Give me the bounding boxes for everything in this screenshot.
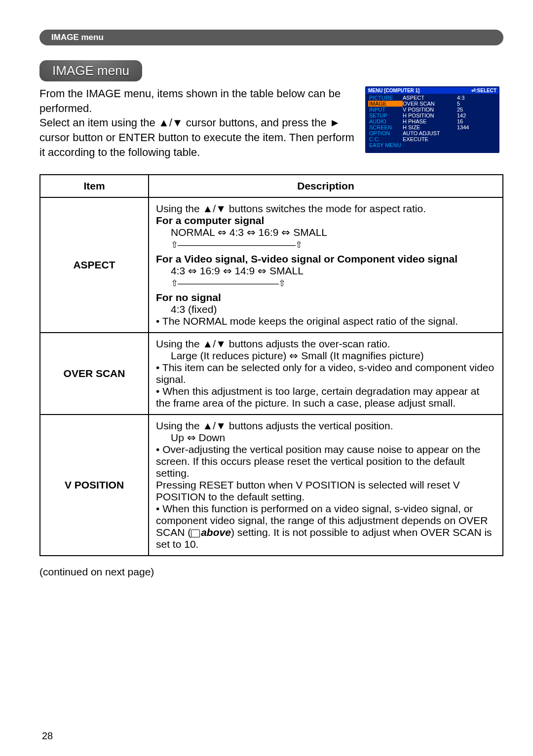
osd-setting-label: H SIZE	[403, 124, 457, 130]
vpos-note1: • Over-adjusting the vertical position m…	[156, 444, 495, 479]
table-row: OVER SCAN Using the ▲/▼ buttons adjusts …	[40, 333, 503, 415]
continued-note: (continued on next page)	[39, 566, 503, 578]
osd-setting-value: 142	[457, 113, 482, 118]
table-row: ASPECT Using the ▲/▼ buttons switches th…	[40, 197, 503, 333]
osd-setting-value: 5	[457, 101, 482, 107]
osd-screenshot: MENU [COMPUTER 1] ⏎:SELECT PICTURE IMAGE…	[365, 86, 499, 153]
vpos-intro: Using the ▲/▼ buttons adjusts the vertic…	[156, 420, 495, 432]
osd-setting-value: 4:3	[457, 95, 482, 101]
table-row: V POSITION Using the ▲/▼ buttons adjusts…	[40, 415, 503, 556]
osd-left-column: PICTURE IMAGE INPUT SETUP AUDIO SCREEN O…	[368, 95, 403, 148]
vpos-note3-ref: above	[201, 527, 231, 538]
section-title-pill: IMAGE menu	[39, 60, 142, 81]
overscan-note1: • This item can be selected only for a v…	[156, 362, 495, 385]
osd-menu-item-highlight: IMAGE	[368, 101, 403, 107]
aspect-sub2-title: For a Video signal, S-video signal or Co…	[156, 253, 495, 265]
vpos-note3: • When this function is performed on a v…	[156, 503, 495, 550]
aspect-intro: Using the ▲/▼ buttons switches the mode …	[156, 203, 495, 215]
aspect-sub2-body: 4:3 ⇔ 16:9 ⇔ 14:9 ⇔ SMALL	[171, 265, 495, 277]
osd-setting-label: H POSITION	[403, 113, 457, 118]
intro-paragraph: From the IMAGE menu, items shown in the …	[39, 86, 355, 159]
osd-setting-label: ASPECT	[403, 95, 457, 101]
aspect-sub3-body: 4:3 (fixed)	[171, 303, 495, 315]
item-overscan: OVER SCAN	[40, 333, 149, 415]
osd-setting-label: V POSITION	[403, 107, 457, 113]
osd-menu-item: AUDIO	[368, 118, 403, 124]
osd-header-left: MENU [COMPUTER 1]	[368, 88, 419, 93]
osd-header: MENU [COMPUTER 1] ⏎:SELECT	[366, 87, 498, 94]
osd-mid-column: ASPECT OVER SCAN V POSITION H POSITION H…	[403, 95, 457, 148]
desc-vposition: Using the ▲/▼ buttons adjusts the vertic…	[149, 415, 503, 556]
aspect-sub1-title: For a computer signal	[156, 215, 495, 227]
osd-setting-value: 16	[457, 118, 482, 124]
osd-menu-item: INPUT	[368, 107, 403, 113]
table-header-row: Item Description	[40, 175, 503, 197]
osd-menu-item: OPTION	[368, 130, 403, 136]
header-item: Item	[40, 175, 149, 197]
cycle-arrow-icon: ⇧――――――――――――――⇧	[171, 239, 302, 250]
osd-setting-label: OVER SCAN	[403, 101, 457, 107]
overscan-note2: • When this adjustment is too large, cer…	[156, 385, 495, 409]
osd-menu-item: C.C.	[368, 136, 403, 142]
top-banner: IMAGE menu	[39, 30, 503, 45]
aspect-note: • The NORMAL mode keeps the original asp…	[156, 315, 495, 327]
aspect-sub1-body: NORMAL ⇔ 4:3 ⇔ 16:9 ⇔ SMALL	[171, 227, 495, 238]
overscan-range: Large (It reduces picture) ⇔ Small (It m…	[171, 350, 495, 362]
desc-aspect: Using the ▲/▼ buttons switches the mode …	[149, 197, 503, 333]
intro-line: Select an item using the ▲/▼ cursor butt…	[39, 116, 354, 158]
page-number: 28	[42, 730, 53, 742]
header-description: Description	[149, 175, 503, 197]
aspect-sub3-title: For no signal	[156, 292, 495, 303]
image-menu-table: Item Description ASPECT Using the ▲/▼ bu…	[39, 174, 503, 556]
osd-setting-label: AUTO ADJUST EXECUTE	[403, 130, 457, 142]
manual-reference-icon	[191, 529, 200, 537]
vpos-note2: Pressing RESET button when V POSITION is…	[156, 479, 495, 503]
osd-menu-item: EASY MENU	[368, 142, 403, 148]
item-vposition: V POSITION	[40, 415, 149, 556]
osd-setting-value: 25	[457, 107, 482, 113]
osd-menu-item: SETUP	[368, 113, 403, 118]
osd-menu-item: SCREEN	[368, 124, 403, 130]
osd-setting-label: H PHASE	[403, 118, 457, 124]
cycle-arrow-icon: ⇧――――――――――――⇧	[171, 278, 285, 289]
osd-setting-value: 1344	[457, 124, 482, 130]
osd-menu-item: PICTURE	[368, 95, 403, 101]
osd-header-right: ⏎:SELECT	[471, 88, 496, 93]
osd-right-column: 4:3 5 25 142 16 1344	[457, 95, 482, 148]
vpos-range: Up ⇔ Down	[171, 432, 495, 444]
intro-line: From the IMAGE menu, items shown in the …	[39, 87, 341, 114]
item-aspect: ASPECT	[40, 197, 149, 333]
desc-overscan: Using the ▲/▼ buttons adjusts the over-s…	[149, 333, 503, 415]
overscan-intro: Using the ▲/▼ buttons adjusts the over-s…	[156, 338, 495, 350]
